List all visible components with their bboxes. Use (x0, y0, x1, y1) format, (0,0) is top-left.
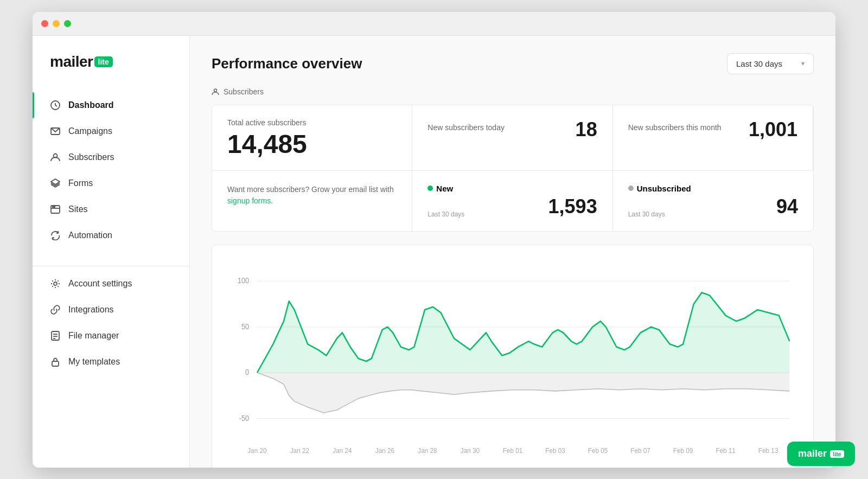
dashboard-label: Dashboard (68, 100, 114, 110)
automation-label: Automation (68, 231, 112, 240)
unsubscribed-label: Unsubscribed (637, 184, 691, 193)
stat-unsubscribed: Unsubscribed Last 30 days 94 (613, 171, 813, 231)
titlebar (33, 12, 835, 36)
new-30-value: 1,593 (548, 195, 597, 218)
logo-badge: lite (94, 56, 113, 67)
logo: mailer lite (33, 53, 189, 92)
gray-badge (628, 186, 634, 191)
footer-logo-badge: lite (830, 450, 844, 458)
chart-inner: 100 50 0 -50 Jan 20 Jan 22 (225, 258, 800, 464)
svg-text:-50: -50 (239, 414, 249, 423)
new-30-label: New (436, 184, 453, 193)
clock-icon (50, 100, 61, 111)
maximize-button[interactable] (64, 20, 71, 27)
app-window: mailer lite Dashboard (33, 12, 835, 468)
chart-container: 100 50 0 -50 Jan 20 Jan 22 (212, 245, 814, 468)
svg-point-8 (54, 282, 57, 285)
subscribers-section-label: Subscribers (212, 87, 814, 96)
new-today-label: New subscribers today (427, 123, 505, 132)
svg-rect-13 (52, 361, 59, 366)
stat-new-today: New subscribers today 18 (412, 105, 612, 171)
footer-logo-text: mailer (798, 448, 827, 459)
chart-svg: 100 50 0 -50 Jan 20 Jan 22 (225, 258, 800, 464)
person-icon (50, 152, 61, 163)
lock-icon (50, 356, 61, 367)
total-active-value: 14,485 (227, 131, 397, 157)
svg-text:Feb 01: Feb 01 (503, 446, 523, 454)
link-icon (50, 304, 61, 315)
person-section-icon (212, 88, 219, 95)
integrations-label: Integrations (68, 305, 114, 315)
chevron-down-icon: ▾ (801, 60, 805, 67)
svg-point-14 (214, 89, 217, 92)
signup-link[interactable]: signup forms. (227, 196, 273, 205)
forms-label: Forms (68, 178, 93, 188)
svg-text:Jan 20: Jan 20 (247, 446, 267, 454)
logo-text: mailer (50, 53, 93, 71)
campaigns-label: Campaigns (68, 126, 112, 136)
stat-new-30days: New Last 30 days 1,593 (412, 171, 612, 231)
stats-grid: Total active subscribers 14,485 New subs… (212, 105, 814, 232)
green-badge (427, 186, 433, 191)
browser-icon (50, 204, 61, 215)
sites-label: Sites (68, 205, 88, 214)
layers-icon (50, 178, 61, 189)
app-body: mailer lite Dashboard (33, 36, 835, 468)
signup-prompt-text: Want more subscribers? Grow your email l… (227, 185, 394, 194)
file-icon (50, 330, 61, 341)
gear-icon (50, 278, 61, 289)
sidebar-item-my-templates[interactable]: My templates (33, 349, 189, 375)
chart-fill-negative (257, 373, 789, 413)
account-settings-label: Account settings (68, 279, 132, 289)
sidebar-item-automation[interactable]: Automation (33, 222, 189, 248)
new-month-value: 1,001 (749, 118, 797, 141)
file-manager-label: File manager (68, 331, 119, 341)
unsub-value: 94 (776, 195, 798, 218)
sidebar-item-sites[interactable]: Sites (33, 196, 189, 222)
sidebar: mailer lite Dashboard (33, 36, 190, 468)
subscribers-label: Subscribers (68, 152, 114, 162)
my-templates-label: My templates (68, 357, 120, 367)
main-header: Performance overview Last 30 days ▾ (212, 53, 814, 74)
date-filter-label: Last 30 days (736, 59, 782, 68)
chart-fill-positive (257, 292, 789, 373)
stat-total-active: Total active subscribers 14,485 (212, 105, 412, 171)
refresh-icon (50, 230, 61, 241)
date-filter-dropdown[interactable]: Last 30 days ▾ (727, 53, 814, 74)
svg-text:Jan 22: Jan 22 (290, 446, 310, 454)
svg-text:Feb 07: Feb 07 (630, 446, 650, 454)
svg-text:Feb 13: Feb 13 (758, 446, 778, 454)
sidebar-item-subscribers[interactable]: Subscribers (33, 144, 189, 170)
footer-badge: mailer lite (787, 442, 855, 466)
minimize-button[interactable] (53, 20, 60, 27)
sidebar-item-file-manager[interactable]: File manager (33, 323, 189, 349)
close-button[interactable] (41, 20, 48, 27)
stat-new-month: New subscribers this month 1,001 (613, 105, 813, 171)
main-nav: Dashboard Campaigns (33, 92, 189, 450)
total-active-label: Total active subscribers (227, 118, 397, 127)
sidebar-item-dashboard[interactable]: Dashboard (33, 92, 189, 118)
sidebar-item-campaigns[interactable]: Campaigns (33, 118, 189, 144)
svg-point-6 (53, 206, 54, 207)
sidebar-item-forms[interactable]: Forms (33, 170, 189, 196)
svg-text:Jan 28: Jan 28 (418, 446, 437, 454)
new-today-value: 18 (576, 118, 597, 141)
new-sublabel: Last 30 days (427, 210, 464, 218)
svg-text:Feb 11: Feb 11 (716, 446, 736, 454)
svg-text:Feb 05: Feb 05 (588, 446, 608, 454)
svg-text:Jan 30: Jan 30 (461, 446, 480, 454)
main-content: Performance overview Last 30 days ▾ Subs… (190, 36, 835, 468)
page-title: Performance overview (212, 55, 362, 72)
sidebar-item-account-settings[interactable]: Account settings (33, 271, 189, 297)
sidebar-item-integrations[interactable]: Integrations (33, 297, 189, 323)
unsub-sublabel: Last 30 days (628, 210, 665, 218)
svg-text:Jan 26: Jan 26 (375, 446, 395, 454)
svg-text:Feb 03: Feb 03 (545, 446, 565, 454)
svg-point-7 (54, 206, 55, 207)
new-month-label: New subscribers this month (628, 123, 722, 132)
svg-text:0: 0 (245, 368, 249, 376)
svg-text:100: 100 (238, 277, 249, 285)
stat-signup-prompt: Want more subscribers? Grow your email l… (212, 171, 412, 231)
svg-text:50: 50 (241, 322, 249, 331)
subscribers-label: Subscribers (224, 87, 264, 96)
